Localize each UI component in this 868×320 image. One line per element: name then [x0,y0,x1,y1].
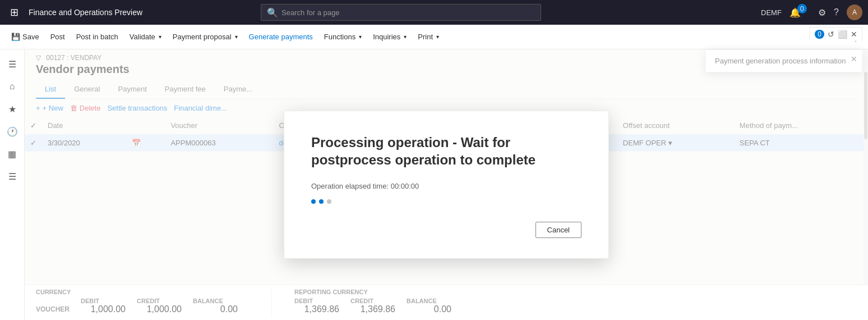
dot-3 [327,199,331,204]
close-window-icon[interactable]: ✕ [851,30,857,39]
sidebar-item-favorites[interactable]: ★ [2,99,22,119]
functions-button[interactable]: Functions ▾ [320,30,366,44]
sidebar-item-home[interactable]: ⌂ [2,76,22,97]
print-button[interactable]: Print ▾ [413,30,444,44]
sidebar: ☰ ⌂ ★ 🕐 ▦ ☰ [0,49,25,320]
post-button[interactable]: Post [46,30,70,44]
search-icon: 🔍 [267,7,278,18]
sidebar-item-hamburger[interactable]: ☰ [2,54,22,74]
modal-overlay: Processing operation - Wait for postproc… [25,49,868,320]
functions-dropdown-arrow: ▾ [359,34,362,40]
inquiries-button[interactable]: Inquiries ▾ [368,30,411,44]
restore-icon[interactable]: ⬜ [838,30,847,39]
main-content: ▽ 00127 : VENDPAY Vendor payments List G… [25,49,868,320]
validate-dropdown-arrow: ▾ [159,34,161,40]
main-layout: ☰ ⌂ ★ 🕐 ▦ ☰ ▽ 00127 : VENDPAY Vendor pay… [0,49,868,320]
user-label[interactable]: DEMF [761,8,782,17]
notification-icon[interactable]: 🔔0 [789,7,810,18]
search-input[interactable] [281,8,535,17]
modal-cancel-button[interactable]: Cancel [535,222,581,238]
avatar[interactable]: A [847,4,862,20]
top-nav-right: DEMF 🔔0 ⚙ ? A [761,4,862,20]
sidebar-item-recent[interactable]: 🕐 [2,121,22,141]
sidebar-item-modules[interactable]: ☰ [2,166,22,186]
search-bar[interactable]: 🔍 [261,4,541,21]
modal-title: Processing operation - Wait for postproc… [311,134,581,168]
badge-count-icon[interactable]: 0 [815,30,824,39]
top-icon-row: 0 ↺ ⬜ ✕ [810,27,862,41]
command-bar: 💾 Save Post Post in batch Validate ▾ Pay… [0,25,868,49]
waffle-icon[interactable]: ⊞ [6,4,23,21]
payment-proposal-button[interactable]: Payment proposal ▾ [168,30,242,44]
generate-payments-button[interactable]: Generate payments [244,30,317,44]
modal-footer: Cancel [311,222,581,238]
notification-badge: 0 [797,4,807,13]
modal-elapsed: Operation elapsed time: 00:00:00 [311,182,581,190]
modal-loading-dots [311,199,581,204]
sidebar-item-workspaces[interactable]: ▦ [2,144,22,164]
settings-icon[interactable]: ⚙ [818,7,826,18]
print-dropdown-arrow: ▾ [436,34,439,40]
dot-1 [311,199,316,204]
top-navigation: ⊞ Finance and Operations Preview 🔍 DEMF … [0,0,868,25]
validate-button[interactable]: Validate ▾ [125,30,166,44]
refresh-icon[interactable]: ↺ [828,30,834,39]
inquiries-dropdown-arrow: ▾ [404,34,407,40]
dot-2 [319,199,324,204]
processing-modal: Processing operation - Wait for postproc… [284,111,609,259]
app-title: Finance and Operations Preview [29,8,142,17]
post-batch-button[interactable]: Post in batch [72,30,123,44]
elapsed-time-value: 00:00:00 [391,182,419,190]
save-button[interactable]: 💾 Save [7,30,44,44]
payment-proposal-dropdown-arrow: ▾ [235,34,238,40]
save-icon: 💾 [11,33,20,41]
help-icon[interactable]: ? [834,7,839,17]
